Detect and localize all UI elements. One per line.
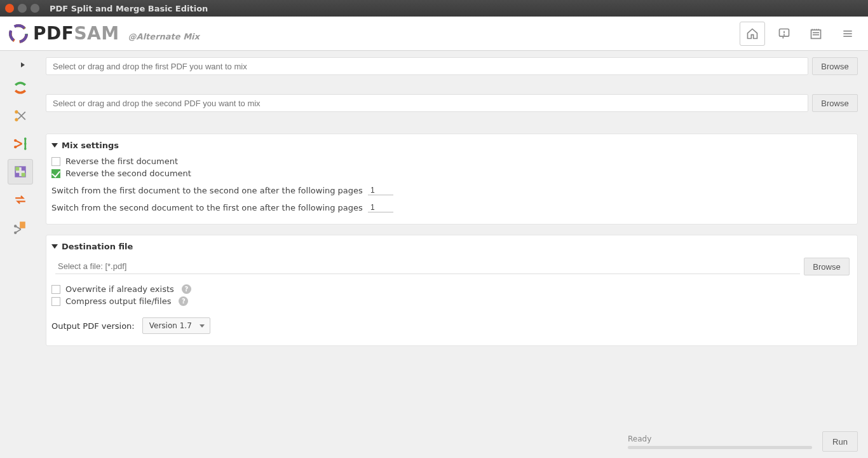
pdf-version-label: Output PDF version: [51,321,135,331]
svg-point-19 [14,146,17,148]
svg-rect-21 [15,167,19,170]
mix-settings-panel: Mix settings Reverse the first document … [46,134,858,225]
switch-second-label: Switch from the second document to the f… [51,203,363,212]
destination-header[interactable]: Destination file [51,242,850,251]
reverse-first-label: Reverse the first document [65,156,178,166]
module-subtitle: @Alternate Mix [128,32,200,41]
first-file-row: Browse [46,57,858,75]
second-browse-button[interactable]: Browse [812,94,858,112]
tool-extract[interactable] [8,215,33,240]
news-button[interactable] [803,22,829,46]
first-browse-button[interactable]: Browse [812,57,858,75]
notifications-button[interactable] [771,22,797,46]
svg-point-15 [24,137,26,139]
svg-rect-22 [22,167,25,170]
reverse-second-checkbox[interactable] [51,169,60,178]
collapse-icon [51,244,58,249]
switch-second-input[interactable] [368,203,393,212]
tool-merge[interactable] [8,75,33,101]
compress-checkbox[interactable] [51,297,60,306]
svg-point-16 [24,142,26,144]
window-title: PDF Split and Merge Basic Edition [50,4,208,13]
overwrite-checkbox[interactable] [51,285,60,294]
window-maximize-icon[interactable] [31,4,39,13]
help-icon[interactable]: ? [182,284,191,294]
footer: Ready Run [628,431,858,452]
svg-point-27 [14,232,17,234]
overwrite-label: Overwrite if already exists [65,284,174,294]
app-logo-text: PDFSAM [33,23,119,44]
menu-button[interactable] [835,22,860,46]
svg-point-5 [784,34,785,35]
status-text: Ready [628,434,651,443]
window-titlebar: PDF Split and Merge Basic Edition [0,0,868,17]
destination-panel: Destination file Browse Overwrite if alr… [46,235,858,346]
run-button[interactable]: Run [822,431,858,452]
svg-point-26 [14,225,17,227]
sidebar-expand-handle[interactable] [11,57,30,73]
svg-point-12 [15,110,18,113]
sidebar [0,51,41,458]
compress-label: Compress output file/files [65,296,171,306]
mix-settings-header[interactable]: Mix settings [51,141,850,150]
first-pdf-input[interactable] [46,57,808,75]
help-icon[interactable]: ? [179,296,188,306]
svg-point-17 [24,148,26,149]
mix-settings-title: Mix settings [62,141,119,150]
second-file-row: Browse [46,94,858,112]
tool-alternate-mix[interactable] [8,159,33,184]
second-pdf-input[interactable] [46,94,808,112]
switch-first-input[interactable] [368,186,393,195]
svg-rect-25 [20,221,25,228]
window-close-icon[interactable] [5,4,14,13]
destination-title: Destination file [62,242,133,251]
svg-rect-23 [15,173,19,177]
app-logo: PDFSAM @Alternate Mix [8,23,200,45]
pdfsam-logo-icon [8,23,29,45]
svg-point-13 [15,118,18,121]
collapse-icon [51,143,58,148]
tool-split[interactable] [8,103,33,128]
main-content: Browse Browse Mix settings Reverse the f… [41,51,868,458]
home-button[interactable] [740,22,765,46]
switch-first-label: Switch from the first document to the se… [51,186,363,195]
pdf-version-select[interactable]: Version 1.7 [142,317,210,334]
progress-bar [628,446,812,449]
window-minimize-icon[interactable] [18,4,27,13]
tool-split-bookmarks[interactable] [8,131,33,156]
destination-browse-button[interactable]: Browse [804,258,850,275]
reverse-second-label: Reverse the second document [65,169,191,178]
tool-rotate[interactable] [8,187,33,212]
svg-point-18 [14,139,17,142]
destination-input[interactable] [55,259,800,274]
app-header: PDFSAM @Alternate Mix [0,17,868,51]
reverse-first-checkbox[interactable] [51,157,60,166]
svg-rect-24 [22,173,25,177]
